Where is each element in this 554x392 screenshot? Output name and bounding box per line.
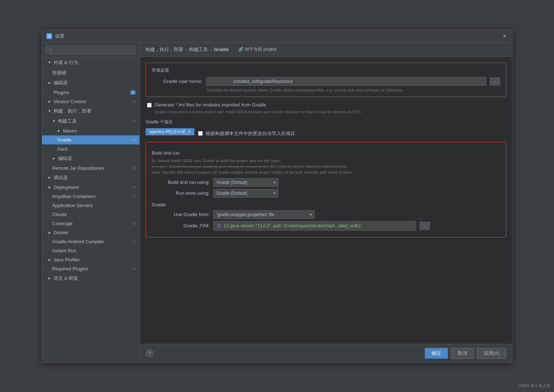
sidebar-item-gant[interactable]: Gant — [42, 144, 139, 153]
build-run-using-wrapper: Gradle (Default) — [213, 178, 278, 187]
reset-icon: ⊙ — [133, 99, 136, 104]
breadcrumb-current: Gradle — [214, 47, 229, 52]
arrow-icon: ► — [57, 129, 62, 133]
sidebar-item-app-servers[interactable]: Application Servers — [42, 201, 139, 210]
sidebar-item-build-exec-deploy[interactable]: ▼ 构建，执行，部署 — [42, 106, 139, 116]
arrow-icon: ► — [48, 185, 52, 189]
gradle-home-input[interactable] — [206, 77, 486, 86]
sidebar-item-label: 编辑器 — [58, 155, 72, 162]
sidebar-item-label: Maven — [63, 128, 77, 134]
sidebar-item-appearance[interactable]: ▼ 外观 & 行为 — [42, 58, 139, 68]
sidebar-item-required-plugins[interactable]: Required Plugins ⊙ — [42, 264, 139, 273]
sidebar-item-java-profiler[interactable]: ► Java Profiler — [42, 255, 139, 264]
sidebar-item-lang-framework[interactable]: ► 语言 & 框架 — [42, 273, 139, 283]
arrow-icon: ▼ — [48, 109, 52, 113]
sidebar-item-label: Version Control — [54, 99, 86, 104]
build-run-using-label: Build and run using: — [152, 180, 210, 185]
reset-icon: ⊙ — [133, 185, 136, 190]
build-run-using-select[interactable]: Gradle (Default) — [213, 178, 278, 187]
reset-icon: ⊙ — [133, 239, 136, 244]
main-content: 构建，执行，部署 › 构建工具 › Gradle 🔗 对于当前 project … — [140, 43, 512, 362]
build-run-note2: Note, that the IDE doesn't support all G… — [152, 170, 500, 174]
sidebar-item-label: Instant Run — [52, 248, 76, 253]
sidebar-item-debugger[interactable]: ► 调试器 — [42, 173, 139, 183]
general-settings-label: 常规设置 — [152, 67, 500, 73]
sidebar-item-label: Required Plugins — [52, 266, 88, 271]
sidebar-item-version-control[interactable]: ► Version Control ⊙ — [42, 97, 139, 106]
general-settings-section: 常规设置 Gradle user home: ... Override the … — [146, 63, 506, 97]
sidebar-item-build-tools[interactable]: ▼ 构建工具 ⊙ — [42, 116, 139, 126]
help-button[interactable]: ? — [146, 349, 154, 357]
project-tab-row: opentcs-RELEASE_5 根据构建脚本文件中的更改自动导入此项目 — [146, 128, 506, 139]
close-button[interactable]: × — [502, 33, 508, 39]
reset-icon: ⊙ — [133, 221, 136, 226]
sidebar-item-arquillian[interactable]: Arquillian Containers ⊙ — [42, 192, 139, 201]
auto-import-label: 根据构建脚本文件中的更改自动导入此项目 — [206, 130, 295, 137]
run-tests-label: Run tests using: — [152, 190, 210, 196]
plugins-badge: 1 — [130, 90, 136, 95]
build-run-desc: By default IntelliJ IDEA uses Gradle to … — [152, 159, 500, 163]
reset-icon: ⊙ — [133, 266, 136, 271]
sidebar-item-shortcuts[interactable]: 快捷键 — [42, 68, 139, 78]
title-bar-left: IJ 设置 — [46, 33, 64, 39]
arrow-icon: ► — [48, 231, 52, 235]
sidebar-item-instant-run[interactable]: Instant Run — [42, 246, 139, 255]
cancel-button[interactable]: 取消 — [451, 348, 474, 359]
iml-checkbox[interactable] — [147, 103, 152, 108]
reset-icon: ⊙ — [133, 119, 136, 123]
gradle-jvm-browse-btn[interactable]: ... — [420, 222, 430, 230]
use-gradle-select[interactable]: 'gradle-wrapper.properties' file — [213, 210, 315, 219]
sidebar-item-docker[interactable]: ► Docker — [42, 228, 139, 237]
gradle-jvm-value: 13 (java version "13.0.2", path: D:/work… — [224, 223, 360, 228]
sidebar-item-remote-jar[interactable]: Remote Jar Repositories ⊙ — [42, 164, 139, 173]
build-run-title: Build and run — [152, 150, 500, 156]
dialog-footer: ? 确定 取消 应用(A) — [140, 344, 512, 362]
sidebar-item-label: Arquillian Containers — [52, 194, 96, 199]
arrow-icon: ▼ — [48, 60, 52, 64]
gradle-home-browse-btn[interactable]: ... — [490, 77, 500, 85]
sidebar-item-label: 编辑器 — [54, 80, 68, 86]
sidebar-item-deployment[interactable]: ► Deployment ⊙ — [42, 183, 139, 192]
gradle-jvm-input: 🖥 13 (java version "13.0.2", path: D:/wo… — [213, 221, 416, 231]
apply-button[interactable]: 应用(A) — [477, 348, 506, 359]
dialog-title: 设置 — [55, 33, 64, 39]
sidebar-item-label: Gradle — [57, 137, 71, 143]
sidebar-item-label: Gant — [57, 146, 67, 152]
auto-import-checkbox[interactable] — [198, 131, 203, 136]
settings-dialog: IJ 设置 × ▼ 外观 & 行为 快捷键 ► 编辑器 — [42, 30, 512, 363]
search-box — [42, 43, 139, 58]
sidebar-item-editor[interactable]: ► 编辑器 — [42, 78, 139, 88]
run-tests-select[interactable]: Gradle (Default) — [213, 189, 278, 198]
project-link[interactable]: 🔗 对于当前 project — [238, 46, 277, 52]
breadcrumb-sep2: › — [210, 47, 211, 52]
arrow-icon — [48, 90, 52, 94]
sidebar-item-editor2[interactable]: ► 编辑器 — [42, 153, 139, 164]
sidebar-item-label: 构建工具 — [58, 118, 77, 125]
sidebar-item-coverage[interactable]: Coverage ⊙ — [42, 219, 139, 228]
ok-button[interactable]: 确定 — [425, 348, 448, 359]
iml-checkbox-row: Generate *.iml files for modules importe… — [147, 102, 505, 108]
sidebar-item-gradle-android[interactable]: Gradle-Android Compiler ⊙ — [42, 237, 139, 246]
sidebar-item-label: 快捷键 — [52, 69, 66, 76]
sidebar-item-label: Clouds — [52, 212, 67, 217]
jvm-icon: 🖥 — [217, 223, 222, 229]
breadcrumb-part2: 构建工具 — [189, 46, 208, 53]
gradle-projects-label: Gradle 个项目 — [146, 119, 506, 125]
gradle-home-label: Gradle user home: — [152, 79, 202, 84]
search-input[interactable] — [46, 46, 136, 54]
sidebar-item-label: Application Servers — [52, 203, 93, 208]
use-gradle-label: Use Gradle from: — [152, 212, 210, 217]
gradle-home-row: Gradle user home: ... — [152, 77, 500, 86]
sidebar-item-label: 外观 & 行为 — [54, 59, 78, 66]
sidebar-item-plugins[interactable]: Plugins 1 — [42, 88, 139, 97]
sidebar-item-label: Deployment — [54, 185, 79, 190]
sidebar-item-maven[interactable]: ► Maven — [42, 126, 139, 135]
sidebar-item-gradle[interactable]: Gradle ⊙ — [42, 135, 139, 144]
use-gradle-row: Use Gradle from: 'gradle-wrapper.propert… — [152, 210, 500, 219]
project-tab[interactable]: opentcs-RELEASE_5 — [146, 128, 194, 135]
sidebar: ▼ 外观 & 行为 快捷键 ► 编辑器 Plugins 1 ► Version … — [42, 43, 140, 362]
iml-section: Generate *.iml files for modules importe… — [146, 102, 506, 114]
reset-icon: ⊙ — [133, 194, 136, 199]
sidebar-item-clouds[interactable]: Clouds — [42, 210, 139, 219]
dialog-body: ▼ 外观 & 行为 快捷键 ► 编辑器 Plugins 1 ► Version … — [42, 43, 512, 362]
